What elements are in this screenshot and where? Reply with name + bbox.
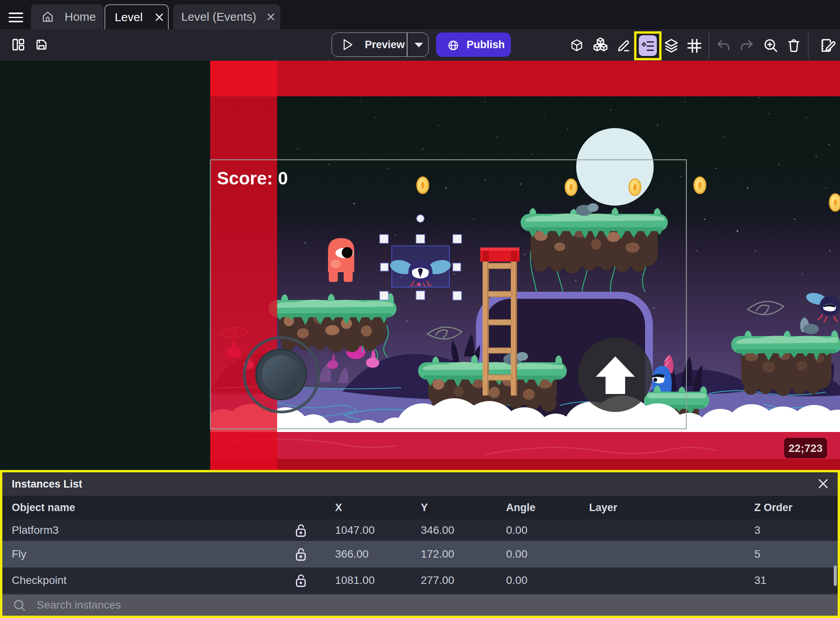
svg-text:Score: 0: Score: 0: [217, 168, 288, 188]
svg-text:22;723: 22;723: [788, 442, 822, 454]
